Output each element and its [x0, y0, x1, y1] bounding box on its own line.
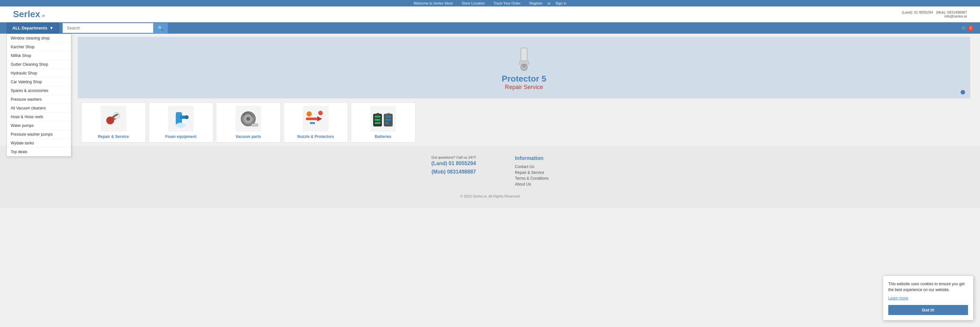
content-row: Protector 5 Repair Service [0, 34, 980, 146]
repair-icon [100, 106, 126, 132]
svg-point-12 [185, 115, 189, 119]
svg-rect-24 [310, 122, 315, 124]
contact-land: (Land): 01 8055294 (Mob): 0831498887 [902, 10, 967, 14]
search-icon: 🔍 [158, 25, 163, 31]
menu-item-karcher[interactable]: Karcher Shop [7, 43, 71, 51]
footer-contact: Got questions? Call us 24/7! (Land) 01 8… [431, 156, 476, 188]
menu-item-pw-pumps[interactable]: Pressure washer pumps [7, 130, 71, 139]
top-bar: Welcome to Serlex Store Store Location T… [0, 0, 980, 6]
logo: Serlex [13, 9, 40, 19]
footer-phone-land: (Land) 01 8055294 [431, 159, 476, 168]
logo-sub: .ie [41, 14, 45, 17]
menu-item-top-deals[interactable]: Top deals [7, 148, 71, 156]
nav-bar: ALL Departments ▼ Window cleaning shop K… [0, 22, 980, 34]
foam-icon [168, 106, 194, 132]
search-button[interactable]: 🔍 [153, 23, 168, 33]
footer-link-about[interactable]: About Us [515, 182, 549, 186]
product-label-repair: Repair & Service [98, 134, 129, 139]
footer-link-repair[interactable]: Repair & Service [515, 170, 549, 175]
footer-phone-mob: (Mob) 0831498887 [431, 168, 476, 176]
product-label-foam: Foam equipment [165, 134, 196, 139]
slider-product-sub: Repair Service [505, 84, 543, 90]
battery-image [370, 106, 396, 132]
contact-info: (Land): 01 8055294 (Mob): 0831498887 inf… [902, 10, 967, 18]
svg-point-23 [318, 111, 323, 115]
svg-point-22 [307, 111, 312, 117]
svg-rect-28 [375, 116, 380, 117]
search-input[interactable] [62, 23, 153, 33]
product-grid: Repair & Service Foam equipment [81, 102, 970, 143]
footer-link-contact[interactable]: Contact Us [515, 165, 549, 169]
menu-item-car-valeting[interactable]: Car Valeting Shop [7, 78, 71, 86]
svg-point-17 [246, 117, 250, 121]
all-departments-button[interactable]: ALL Departments ▼ [6, 22, 59, 34]
svg-rect-3 [523, 65, 525, 67]
svg-rect-29 [375, 119, 380, 121]
menu-item-hose[interactable]: Hose & Hose reels [7, 113, 71, 121]
product-card-nozzle[interactable]: Nozzle & Protectors [283, 102, 348, 143]
svg-rect-34 [385, 119, 391, 121]
slider-product-name: Protector 5 [502, 74, 546, 84]
slider-indicator [961, 90, 965, 95]
protector5-icon [511, 45, 537, 74]
logo-area: Serlex .ie [13, 9, 45, 19]
topbar-register[interactable]: Register [529, 1, 542, 5]
menu-item-gutter[interactable]: Gutter Cleaning Shop [7, 60, 71, 69]
header: Serlex .ie (Land): 01 8055294 (Mob): 083… [0, 6, 980, 22]
repair-image [100, 106, 126, 132]
topbar-signin[interactable]: Sign in [555, 1, 566, 5]
chevron-down-icon: ▼ [49, 25, 54, 30]
footer-inner: Got questions? Call us 24/7! (Land) 01 8… [13, 156, 967, 188]
topbar-welcome[interactable]: Welcome to Serlex Store [414, 1, 453, 5]
main-wrapper: Protector 5 Repair Service [0, 34, 980, 146]
menu-item-vacuum[interactable]: All Vacuum cleaners [7, 104, 71, 113]
product-card-repair[interactable]: Repair & Service [81, 102, 146, 143]
departments-dropdown: Window cleaning shop Karcher Shop Nilfis… [6, 34, 71, 157]
footer: Got questions? Call us 24/7! (Land) 01 8… [0, 146, 980, 208]
right-content: Protector 5 Repair Service [75, 34, 974, 146]
svg-point-13 [176, 123, 186, 128]
product-label-battery: Batteries [375, 134, 391, 139]
svg-rect-0 [521, 48, 527, 61]
nozzle-image [303, 106, 329, 132]
vacuum-icon [235, 106, 261, 132]
footer-link-terms[interactable]: Terms & Conditions [515, 176, 549, 181]
slider-area: Protector 5 Repair Service [78, 37, 970, 98]
menu-item-window[interactable]: Window cleaning shop [7, 34, 71, 43]
svg-rect-27 [377, 113, 379, 114]
menu-item-pressure-washers[interactable]: Pressure washers [7, 95, 71, 104]
cart-count: 0 [968, 25, 974, 31]
product-card-vacuum[interactable]: Vacuum parts [216, 102, 281, 143]
menu-item-nilfisk[interactable]: Nilfisk Shop [7, 51, 71, 60]
svg-rect-35 [385, 122, 388, 124]
all-departments-label: ALL Departments [12, 25, 47, 30]
cart-area[interactable]: 🛒 0 [961, 25, 974, 31]
footer-info-col: Information Contact Us Repair & Service … [515, 156, 549, 188]
topbar-track-order[interactable]: Track Your Order [493, 1, 520, 5]
search-area: 🔍 [62, 23, 168, 33]
battery-icon [370, 106, 396, 132]
nozzle-icon [303, 106, 329, 132]
topbar-store-location[interactable]: Store Location [462, 1, 485, 5]
contact-email: info@serlex.ie [902, 14, 967, 18]
menu-item-water-pumps[interactable]: Water pumps [7, 121, 71, 130]
svg-rect-33 [385, 116, 391, 117]
product-card-foam[interactable]: Foam equipment [148, 102, 213, 143]
footer-info-heading: Information [515, 156, 549, 161]
foam-image [168, 106, 194, 132]
slider-content: Protector 5 Repair Service [502, 45, 546, 90]
menu-item-spares[interactable]: Spares & accessories [7, 86, 71, 95]
svg-rect-20 [306, 117, 317, 120]
menu-item-wydale[interactable]: Wydale tanks [7, 139, 71, 148]
svg-rect-32 [387, 113, 390, 114]
footer-call-label: Got questions? Call us 24/7! [431, 156, 476, 159]
copyright-text: © 2023 Serlex.ie. All Rights Reserved [460, 194, 520, 198]
svg-rect-30 [375, 122, 380, 124]
topbar-or: or [547, 1, 550, 5]
product-card-battery[interactable]: Batteries [351, 102, 415, 143]
product-label-vacuum: Vacuum parts [235, 134, 261, 139]
vacuum-image [235, 106, 261, 132]
footer-bottom: © 2023 Serlex.ie. All Rights Reserved [13, 194, 967, 198]
menu-item-hydraulic[interactable]: Hydraulic Shop [7, 69, 71, 78]
cart-icon: 🛒 [961, 26, 966, 30]
